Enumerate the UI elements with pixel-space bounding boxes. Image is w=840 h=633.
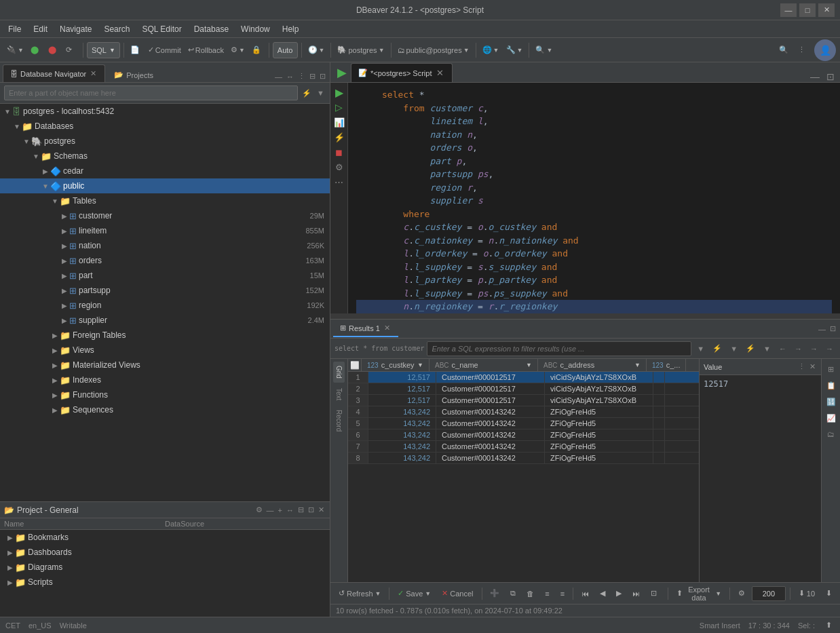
search-global-button[interactable]: 🔍 ▼ xyxy=(533,41,555,60)
more-options-button[interactable]: ⋮ xyxy=(795,41,812,60)
grid-row-3[interactable]: 3 12,517 Customer#000012517 viCidSyAbjAY… xyxy=(348,395,699,406)
tab-postgres-script[interactable]: 📝 *<postgres> Script ✕ xyxy=(351,63,453,82)
filter-col-filter-dropdown[interactable]: ▼ xyxy=(761,343,774,354)
commit-button[interactable]: ✓ Commit xyxy=(145,41,184,60)
row-action3-button[interactable]: ≡ xyxy=(541,588,553,599)
tree-item-lineitem[interactable]: ▶ ⊞ lineitem 855M xyxy=(0,223,330,238)
new-connection-button[interactable]: 🔌 ▼ xyxy=(4,41,26,60)
minimize-button[interactable]: — xyxy=(780,3,797,17)
grid-row-4[interactable]: 4 143,242 Customer#000143242 ZFiOgFreHd5 xyxy=(348,406,699,418)
project-collapse-button[interactable]: — xyxy=(265,504,275,516)
tree-item-supplier[interactable]: ▶ ⊞ supplier 2.4M xyxy=(0,313,330,328)
tree-item-foreign-tables[interactable]: ▶ 📁 Foreign Tables xyxy=(0,328,330,343)
nav-link-button[interactable]: ↔ xyxy=(285,71,295,82)
project-item-scripts[interactable]: ▶ 📁 Scripts xyxy=(0,575,330,590)
status-settings-button[interactable]: ⬆ xyxy=(823,621,835,630)
side-tab-grid[interactable]: Grid xyxy=(333,362,345,383)
menu-search[interactable]: Search xyxy=(98,23,135,35)
grid-row-8[interactable]: 8 143,242 Customer#000143242 ZFiOgFreHd5 xyxy=(348,453,699,464)
tree-item-sequences[interactable]: ▶ 📁 Sequences xyxy=(0,402,330,417)
close-script-tab[interactable]: ✕ xyxy=(435,66,445,79)
execute-script-button[interactable]: ⚡ xyxy=(332,130,346,144)
transaction-mode-button[interactable]: ⚙ ▼ xyxy=(228,41,248,60)
new-script-button[interactable]: 📄 xyxy=(128,41,144,60)
sql-dropdown[interactable]: SQL ▼ xyxy=(87,42,120,58)
nav-next-button[interactable]: ▶ xyxy=(612,588,626,599)
invalidate-button[interactable]: ⟳ xyxy=(63,41,79,60)
search-input[interactable] xyxy=(4,85,298,100)
filter-col-filter-button[interactable]: ⚡ xyxy=(743,343,758,354)
nav-collapse-button[interactable]: — xyxy=(273,71,284,82)
tree-item-region[interactable]: ▶ ⊞ region 192K xyxy=(0,298,330,313)
nav-more-button[interactable]: ⊡ xyxy=(647,588,661,599)
grid-row-5[interactable]: 5 143,242 Customer#000143242 ZFiOgFreHd5 xyxy=(348,418,699,429)
rollback-button[interactable]: ↩ Rollback xyxy=(185,41,227,60)
sidebar-panel-3[interactable]: 🔢 xyxy=(824,394,839,409)
limit-input[interactable] xyxy=(752,586,786,601)
auto-dropdown[interactable]: Auto xyxy=(273,42,298,58)
row-delete-button[interactable]: 🗑 xyxy=(522,588,538,599)
filter-more2-button[interactable]: → xyxy=(823,343,836,354)
filter-more-button[interactable]: ▼ xyxy=(727,343,740,354)
explain-plan-button[interactable]: 📊 xyxy=(332,115,346,129)
col-header-c_name[interactable]: ABC c_name ▼ xyxy=(429,359,538,371)
project-maximize-button[interactable]: ⊡ xyxy=(307,504,316,516)
results-minimize-button[interactable]: — xyxy=(817,324,827,334)
tree-item-nation[interactable]: ▶ ⊞ nation 256K xyxy=(0,238,330,253)
project-item-bookmarks[interactable]: ▶ 📁 Bookmarks xyxy=(0,530,330,545)
row-copy-button[interactable]: ⧉ xyxy=(506,588,520,599)
project-minimize-button[interactable]: ⊟ xyxy=(297,504,305,516)
tree-item-postgres-db[interactable]: ▼ 🐘 postgres xyxy=(0,134,330,149)
col-header-c_address[interactable]: ABC c_address ▼ xyxy=(538,359,647,371)
tree-item-tables[interactable]: ▼ 📁 Tables xyxy=(0,193,330,208)
editor-scrollbar[interactable] xyxy=(330,313,840,319)
value-panel-options-button[interactable]: ⋮ xyxy=(797,361,807,372)
tree-item-mat-views[interactable]: ▶ 📁 Materialized Views xyxy=(0,358,330,372)
project-close-button[interactable]: ✕ xyxy=(317,504,326,516)
project-item-diagrams[interactable]: ▶ 📁 Diagrams xyxy=(0,560,330,575)
tab-results-1[interactable]: ⊞ Results 1 ✕ xyxy=(333,320,398,337)
col-header-extra[interactable]: 123 c_... xyxy=(647,359,686,371)
tree-item-part[interactable]: ▶ ⊞ part 15M xyxy=(0,268,330,283)
menu-edit[interactable]: Edit xyxy=(28,23,53,35)
history-button[interactable]: 🕐 ▼ xyxy=(305,41,328,60)
tree-item-schemas[interactable]: ▼ 📁 Schemas xyxy=(0,149,330,164)
close-nav-tab[interactable]: ✕ xyxy=(89,68,98,79)
nav-first-button[interactable]: ⏮ xyxy=(577,588,593,599)
value-panel-close-button[interactable]: ✕ xyxy=(808,361,817,372)
nav-last-button[interactable]: ⏭ xyxy=(628,588,644,599)
connect-button[interactable]: ⬤ xyxy=(28,41,44,60)
filter-input[interactable] xyxy=(427,341,691,356)
filter-fwd-button[interactable]: → xyxy=(792,343,805,354)
fetch-button[interactable]: ⬇ 10 xyxy=(795,588,819,599)
cancel-button[interactable]: ✕ Cancel xyxy=(438,588,477,599)
project-settings-button[interactable]: ⚙ xyxy=(254,504,264,516)
driver-settings-button[interactable]: 🌐 ▼ xyxy=(480,41,502,60)
search-bar-button[interactable]: 🔍 xyxy=(776,41,793,60)
user-avatar[interactable]: 👤 xyxy=(814,39,836,61)
project-link-button[interactable]: ↔ xyxy=(285,504,295,516)
tree-item-views[interactable]: ▶ 📁 Views xyxy=(0,343,330,358)
row-action4-button[interactable]: ≡ xyxy=(556,588,569,599)
search-options-button[interactable]: ▼ xyxy=(316,88,326,98)
tab-projects[interactable]: 📂 Projects xyxy=(107,67,161,82)
sidebar-panel-5[interactable]: 🗂 xyxy=(824,427,839,442)
menu-help[interactable]: Help xyxy=(277,23,305,35)
run-query-button[interactable]: ▶ xyxy=(332,85,346,99)
tree-item-indexes[interactable]: ▶ 📁 Indexes xyxy=(0,372,330,387)
tree-item-functions[interactable]: ▶ 📁 Functions xyxy=(0,387,330,402)
tree-item-public[interactable]: ▼ 🔷 public xyxy=(0,178,330,193)
export-data-button[interactable]: ⬆ Export data ▼ xyxy=(672,584,725,603)
more-actions-button[interactable]: ⋯ xyxy=(332,175,346,189)
lock-button[interactable]: 🔒 xyxy=(249,41,265,60)
editor-maximize-button[interactable]: ⊡ xyxy=(824,71,837,82)
disconnect-button[interactable]: ⬤ xyxy=(45,41,62,60)
tree-item-postgres-server[interactable]: ▼ 🗄 postgres - localhost:5432 xyxy=(0,104,330,119)
sidebar-panel-1[interactable]: ⊞ xyxy=(824,362,839,377)
project-item-dashboards[interactable]: ▶ 📁 Dashboards xyxy=(0,545,330,560)
nav-prev-button[interactable]: ◀ xyxy=(596,588,609,599)
sql-code-area[interactable]: select * from customer c, lineitem l, na… xyxy=(348,83,840,313)
fetch-more-button[interactable]: ⬇ xyxy=(822,588,836,599)
nav-maximize-button[interactable]: ⊡ xyxy=(318,71,327,82)
close-button[interactable]: ✕ xyxy=(818,3,835,17)
